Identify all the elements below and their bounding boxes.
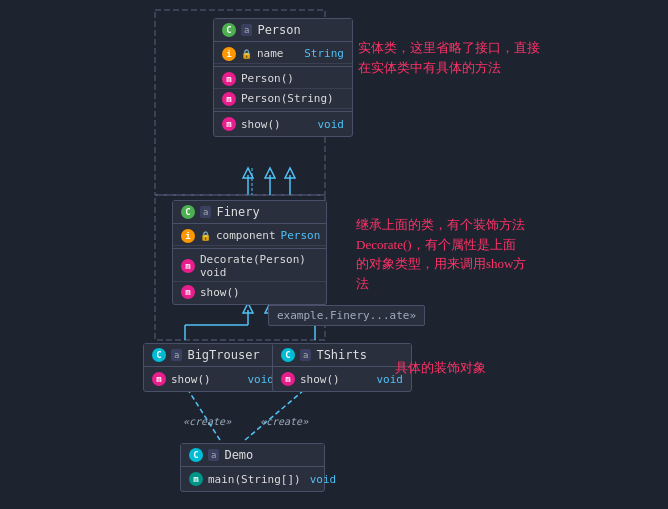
svg-line-19 <box>245 385 310 440</box>
finery-tooltip: example.Finery...ate» <box>268 305 425 326</box>
method-icon: m <box>181 259 195 273</box>
demo-class-name: Demo <box>224 448 253 462</box>
tshirts-header: C a TShirts <box>273 344 411 367</box>
method-icon: m <box>281 372 295 386</box>
bigtrouser-class-icon: C <box>152 348 166 362</box>
method-icon: m <box>152 372 166 386</box>
method-label: show() <box>241 118 281 131</box>
demo-header: C a Demo <box>181 444 324 467</box>
svg-text:«create»: «create» <box>183 416 232 427</box>
bigtrouser-class-name: BigTrouser <box>187 348 259 362</box>
lock-icon: 🔒 <box>200 231 211 241</box>
field-label: component <box>216 229 276 242</box>
method-label: show() <box>200 286 240 299</box>
finery-class: C a Finery i 🔒 component Person m Decora… <box>172 200 327 305</box>
svg-marker-4 <box>265 168 275 178</box>
demo-class-icon: C <box>189 448 203 462</box>
field-type: Person <box>281 229 321 242</box>
method-return: void <box>318 118 345 131</box>
demo-class: C a Demo m main(String[]) void <box>180 443 325 492</box>
method-label: Decorate(Person) void <box>200 253 318 279</box>
svg-marker-2 <box>243 168 253 178</box>
method-return: void <box>310 473 337 486</box>
field-label: name <box>257 47 284 60</box>
tshirts-class-icon: C <box>281 348 295 362</box>
field-visibility-icon: i <box>181 229 195 243</box>
person-method-constructor1: m Person() <box>214 69 352 89</box>
person-field-name: i 🔒 name String <box>214 44 352 64</box>
method-icon: m <box>222 117 236 131</box>
tshirts-class-name: TShirts <box>316 348 367 362</box>
person-class-name: Person <box>257 23 300 37</box>
finery-header: C a Finery <box>173 201 326 224</box>
person-header: C a Person <box>214 19 352 42</box>
person-annotation: 实体类，这里省略了接口，直接在实体类中有具体的方法 <box>358 38 648 77</box>
bigtrouser-header: C a BigTrouser <box>144 344 282 367</box>
tshirts-class: C a TShirts m show() void <box>272 343 412 392</box>
svg-marker-6 <box>285 168 295 178</box>
method-icon: m <box>181 285 195 299</box>
method-label: Person(String) <box>241 92 334 105</box>
person-method-show: m show() void <box>214 114 352 134</box>
method-label: show() <box>300 373 340 386</box>
person-annotation-text: 实体类，这里省略了接口，直接在实体类中有具体的方法 <box>358 40 540 75</box>
finery-method-show: m show() <box>173 282 326 302</box>
svg-line-16 <box>185 385 220 440</box>
bigtrouser-class: C a BigTrouser m show() void <box>143 343 283 392</box>
finery-field-component: i 🔒 component Person <box>173 226 326 246</box>
person-method-constructor2: m Person(String) <box>214 89 352 109</box>
bigtrouser-method-show: m show() void <box>144 369 282 389</box>
tshirts-method-show: m show() void <box>273 369 411 389</box>
person-class-icon: C <box>222 23 236 37</box>
method-label: Person() <box>241 72 294 85</box>
method-label: show() <box>171 373 211 386</box>
finery-annotation: 继承上面的类，有个装饰方法Decorate()，有个属性是上面的对象类型，用来调… <box>356 215 656 293</box>
person-class: C a Person i 🔒 name String m Person() m … <box>213 18 353 137</box>
diagram-container: «create» «create» C a Person i 🔒 name St… <box>0 0 668 509</box>
field-type: String <box>304 47 344 60</box>
finery-annotation-text: 继承上面的类，有个装饰方法Decorate()，有个属性是上面的对象类型，用来调… <box>356 217 526 291</box>
decorator-annotation-text: 具体的装饰对象 <box>395 360 486 375</box>
method-icon: m <box>222 92 236 106</box>
finery-class-name: Finery <box>216 205 259 219</box>
finery-class-icon: C <box>181 205 195 219</box>
field-visibility-icon: i <box>222 47 236 61</box>
method-return: void <box>248 373 275 386</box>
method-icon: m <box>189 472 203 486</box>
demo-method-main: m main(String[]) void <box>181 469 324 489</box>
decorator-annotation: 具体的装饰对象 <box>395 358 655 378</box>
lock-icon: 🔒 <box>241 49 252 59</box>
method-label: main(String[]) <box>208 473 301 486</box>
finery-method-decorate: m Decorate(Person) void <box>173 251 326 282</box>
tooltip-text: example.Finery...ate» <box>277 309 416 322</box>
svg-text:«create»: «create» <box>260 416 309 427</box>
method-icon: m <box>222 72 236 86</box>
